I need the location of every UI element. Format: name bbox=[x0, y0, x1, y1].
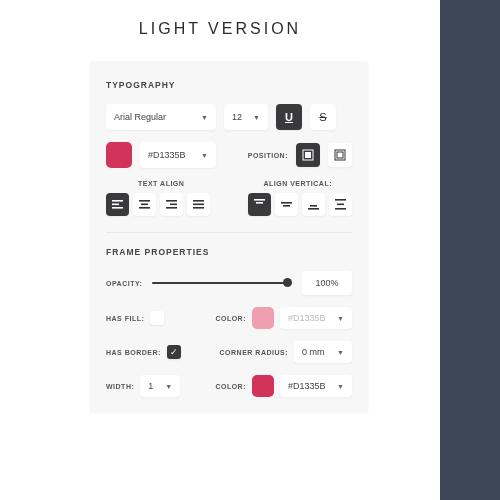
svg-rect-19 bbox=[283, 205, 290, 207]
fill-color-swatch[interactable] bbox=[252, 307, 274, 329]
position-inside-icon bbox=[302, 149, 314, 161]
text-color-hex: #D1335B bbox=[148, 150, 186, 160]
page-title: LIGHT VERSION bbox=[0, 0, 500, 38]
valign-stretch-icon bbox=[335, 199, 346, 210]
opacity-slider-thumb[interactable] bbox=[283, 278, 292, 287]
strikethrough-button[interactable]: S bbox=[310, 104, 336, 130]
svg-rect-6 bbox=[112, 207, 123, 209]
align-left-button[interactable] bbox=[106, 193, 129, 216]
opacity-value: 100% bbox=[315, 278, 338, 288]
fill-color-label: COLOR: bbox=[215, 315, 246, 322]
svg-rect-13 bbox=[193, 200, 204, 202]
has-border-checkbox[interactable]: ✓ bbox=[167, 345, 181, 359]
svg-rect-4 bbox=[112, 200, 123, 202]
text-color-dropdown[interactable]: #D1335B ▼ bbox=[140, 142, 216, 168]
svg-rect-10 bbox=[166, 200, 177, 202]
section-divider bbox=[106, 232, 352, 233]
frame-section-title: FRAME PROPERTIES bbox=[106, 247, 352, 257]
svg-rect-15 bbox=[193, 207, 204, 209]
align-justify-icon bbox=[193, 200, 204, 209]
border-width-value: 1 bbox=[148, 381, 153, 391]
chevron-down-icon: ▼ bbox=[201, 114, 208, 121]
svg-rect-14 bbox=[193, 204, 204, 206]
position-label: POSITION: bbox=[248, 152, 288, 159]
opacity-slider[interactable] bbox=[152, 282, 292, 284]
valign-bottom-button[interactable] bbox=[302, 193, 325, 216]
check-icon: ✓ bbox=[170, 347, 178, 357]
align-center-button[interactable] bbox=[133, 193, 156, 216]
svg-rect-7 bbox=[139, 200, 150, 202]
has-border-label: HAS BORDER: bbox=[106, 349, 161, 356]
svg-rect-22 bbox=[335, 199, 346, 201]
chevron-down-icon: ▼ bbox=[337, 315, 344, 322]
border-width-dropdown[interactable]: 1 ▼ bbox=[140, 375, 180, 397]
svg-rect-23 bbox=[337, 204, 344, 206]
svg-rect-11 bbox=[170, 204, 177, 206]
text-align-group bbox=[106, 193, 210, 216]
vertical-align-group bbox=[248, 193, 352, 216]
corner-radius-value: 0 mm bbox=[302, 347, 325, 357]
svg-rect-17 bbox=[256, 202, 263, 204]
valign-top-icon bbox=[254, 199, 265, 210]
corner-radius-label: CORNER RADIUS: bbox=[220, 349, 288, 356]
font-family-dropdown[interactable]: Arial Regular ▼ bbox=[106, 104, 216, 130]
underline-button[interactable]: U bbox=[276, 104, 302, 130]
svg-rect-12 bbox=[166, 207, 177, 209]
font-family-value: Arial Regular bbox=[114, 112, 166, 122]
position-inside-button[interactable] bbox=[296, 143, 320, 167]
properties-panel: TYPOGRAPHY Arial Regular ▼ 12 ▼ U S #D13… bbox=[90, 62, 368, 413]
position-outside-icon bbox=[334, 149, 346, 161]
align-vertical-label: ALIGN VERTICAL: bbox=[263, 180, 332, 187]
valign-middle-button[interactable] bbox=[275, 193, 298, 216]
chevron-down-icon: ▼ bbox=[165, 383, 172, 390]
position-outside-button[interactable] bbox=[328, 143, 352, 167]
font-size-value: 12 bbox=[232, 112, 242, 122]
align-left-icon bbox=[112, 200, 123, 209]
text-color-swatch[interactable] bbox=[106, 142, 132, 168]
border-color-swatch[interactable] bbox=[252, 375, 274, 397]
svg-rect-3 bbox=[337, 152, 343, 158]
svg-rect-8 bbox=[141, 204, 148, 206]
align-right-icon bbox=[166, 200, 177, 209]
has-fill-label: HAS FILL: bbox=[106, 315, 144, 322]
strikethrough-icon: S bbox=[319, 111, 326, 123]
svg-rect-1 bbox=[305, 152, 311, 158]
svg-rect-18 bbox=[281, 202, 292, 204]
chevron-down-icon: ▼ bbox=[201, 152, 208, 159]
fill-color-hex: #D1335B bbox=[288, 313, 326, 323]
align-center-icon bbox=[139, 200, 150, 209]
opacity-label: OPACITY: bbox=[106, 280, 142, 287]
border-color-hex: #D1335B bbox=[288, 381, 326, 391]
align-right-button[interactable] bbox=[160, 193, 183, 216]
opacity-value-box[interactable]: 100% bbox=[302, 271, 352, 295]
align-justify-button[interactable] bbox=[187, 193, 210, 216]
valign-stretch-button[interactable] bbox=[329, 193, 352, 216]
svg-rect-21 bbox=[308, 208, 319, 210]
border-color-dropdown[interactable]: #D1335B ▼ bbox=[280, 375, 352, 397]
chevron-down-icon: ▼ bbox=[253, 114, 260, 121]
border-color-label: COLOR: bbox=[215, 383, 246, 390]
chevron-down-icon: ▼ bbox=[337, 349, 344, 356]
svg-rect-5 bbox=[112, 204, 119, 206]
border-width-label: WIDTH: bbox=[106, 383, 134, 390]
text-align-label: TEXT ALIGN bbox=[138, 180, 184, 187]
font-size-dropdown[interactable]: 12 ▼ bbox=[224, 104, 268, 130]
valign-bottom-icon bbox=[308, 199, 319, 210]
fill-color-dropdown[interactable]: #D1335B ▼ bbox=[280, 307, 352, 329]
svg-rect-20 bbox=[310, 205, 317, 207]
has-fill-checkbox[interactable] bbox=[150, 311, 164, 325]
underline-icon: U bbox=[285, 111, 293, 123]
valign-middle-icon bbox=[281, 199, 292, 210]
svg-rect-9 bbox=[139, 207, 150, 209]
svg-rect-24 bbox=[335, 208, 346, 210]
valign-top-button[interactable] bbox=[248, 193, 271, 216]
svg-rect-16 bbox=[254, 199, 265, 201]
corner-radius-dropdown[interactable]: 0 mm ▼ bbox=[294, 341, 352, 363]
typography-section-title: TYPOGRAPHY bbox=[106, 80, 352, 90]
chevron-down-icon: ▼ bbox=[337, 383, 344, 390]
side-stripe bbox=[440, 0, 500, 500]
